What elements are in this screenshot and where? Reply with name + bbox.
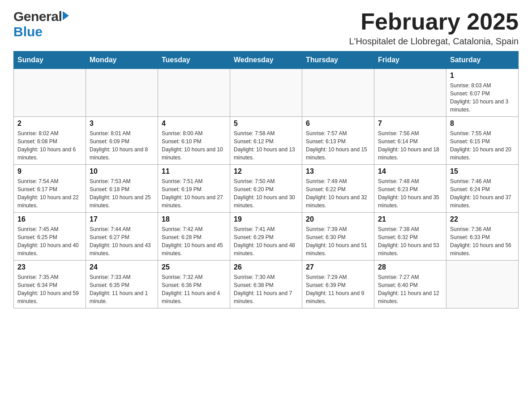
day-info: Sunrise: 7:27 AMSunset: 6:40 PMDaylight:…	[378, 273, 442, 305]
day-info: Sunrise: 7:44 AMSunset: 6:27 PMDaylight:…	[90, 225, 154, 257]
calendar-day-cell: 4Sunrise: 8:00 AMSunset: 6:10 PMDaylight…	[158, 117, 230, 165]
day-info: Sunrise: 7:46 AMSunset: 6:24 PMDaylight:…	[450, 177, 515, 210]
calendar-day-cell: 27Sunrise: 7:29 AMSunset: 6:39 PMDayligh…	[302, 261, 374, 308]
calendar-day-cell: 20Sunrise: 7:39 AMSunset: 6:30 PMDayligh…	[302, 213, 374, 261]
day-of-week-header: Tuesday	[158, 51, 230, 69]
day-number: 14	[378, 167, 442, 176]
day-info: Sunrise: 7:56 AMSunset: 6:14 PMDaylight:…	[378, 129, 442, 162]
calendar-day-cell: 14Sunrise: 7:48 AMSunset: 6:23 PMDayligh…	[374, 165, 446, 213]
calendar-day-cell: 9Sunrise: 7:54 AMSunset: 6:17 PMDaylight…	[14, 165, 86, 213]
day-number: 26	[234, 263, 298, 271]
day-info: Sunrise: 7:45 AMSunset: 6:25 PMDaylight:…	[17, 225, 82, 257]
page-header: General Blue February 2025 L'Hospitalet …	[13, 9, 519, 47]
calendar-day-cell: 8Sunrise: 7:55 AMSunset: 6:15 PMDaylight…	[446, 117, 519, 165]
calendar-day-cell	[230, 69, 302, 117]
calendar-header: SundayMondayTuesdayWednesdayThursdayFrid…	[14, 51, 519, 69]
calendar-week-row: 23Sunrise: 7:35 AMSunset: 6:34 PMDayligh…	[14, 261, 519, 308]
calendar-day-cell	[302, 69, 374, 117]
calendar-day-cell: 13Sunrise: 7:49 AMSunset: 6:22 PMDayligh…	[302, 165, 374, 213]
day-of-week-header: Thursday	[302, 51, 374, 69]
day-info: Sunrise: 7:35 AMSunset: 6:34 PMDaylight:…	[17, 273, 82, 305]
day-number: 21	[378, 215, 442, 223]
day-of-week-header: Saturday	[446, 51, 519, 69]
logo: General Blue	[13, 9, 69, 39]
calendar-week-row: 2Sunrise: 8:02 AMSunset: 6:08 PMDaylight…	[14, 117, 519, 165]
calendar-day-cell	[14, 69, 86, 117]
day-number: 27	[306, 263, 370, 271]
day-info: Sunrise: 7:58 AMSunset: 6:12 PMDaylight:…	[234, 129, 298, 162]
calendar-day-cell	[374, 69, 446, 117]
calendar-body: 1Sunrise: 8:03 AMSunset: 6:07 PMDaylight…	[14, 69, 519, 308]
day-number: 28	[378, 263, 442, 271]
title-block: February 2025 L'Hospitalet de Llobregat,…	[349, 9, 519, 47]
calendar-day-cell: 25Sunrise: 7:32 AMSunset: 6:36 PMDayligh…	[158, 261, 230, 308]
day-info: Sunrise: 7:49 AMSunset: 6:22 PMDaylight:…	[306, 177, 370, 210]
day-number: 6	[306, 120, 370, 128]
calendar-day-cell: 22Sunrise: 7:36 AMSunset: 6:33 PMDayligh…	[446, 213, 519, 261]
calendar-day-cell: 6Sunrise: 7:57 AMSunset: 6:13 PMDaylight…	[302, 117, 374, 165]
day-info: Sunrise: 7:39 AMSunset: 6:30 PMDaylight:…	[306, 225, 370, 257]
day-number: 8	[450, 120, 515, 128]
calendar-day-cell: 7Sunrise: 7:56 AMSunset: 6:14 PMDaylight…	[374, 117, 446, 165]
calendar-day-cell: 24Sunrise: 7:33 AMSunset: 6:35 PMDayligh…	[86, 261, 158, 308]
day-info: Sunrise: 8:02 AMSunset: 6:08 PMDaylight:…	[17, 129, 82, 162]
calendar-day-cell: 3Sunrise: 8:01 AMSunset: 6:09 PMDaylight…	[86, 117, 158, 165]
calendar-subtitle: L'Hospitalet de Llobregat, Catalonia, Sp…	[349, 36, 519, 47]
day-number: 11	[162, 167, 226, 176]
day-info: Sunrise: 7:55 AMSunset: 6:15 PMDaylight:…	[450, 129, 515, 162]
calendar-day-cell: 19Sunrise: 7:41 AMSunset: 6:29 PMDayligh…	[230, 213, 302, 261]
day-number: 24	[90, 263, 154, 271]
day-info: Sunrise: 7:53 AMSunset: 6:18 PMDaylight:…	[90, 177, 154, 210]
day-info: Sunrise: 7:48 AMSunset: 6:23 PMDaylight:…	[378, 177, 442, 210]
day-info: Sunrise: 7:32 AMSunset: 6:36 PMDaylight:…	[162, 273, 226, 305]
logo-blue-text: Blue	[13, 24, 43, 39]
day-info: Sunrise: 7:41 AMSunset: 6:29 PMDaylight:…	[234, 225, 298, 257]
calendar-day-cell: 12Sunrise: 7:50 AMSunset: 6:20 PMDayligh…	[230, 165, 302, 213]
day-number: 22	[450, 215, 515, 223]
calendar-day-cell: 11Sunrise: 7:51 AMSunset: 6:19 PMDayligh…	[158, 165, 230, 213]
day-of-week-header: Wednesday	[230, 51, 302, 69]
day-info: Sunrise: 8:03 AMSunset: 6:07 PMDaylight:…	[450, 81, 515, 114]
calendar-table: SundayMondayTuesdayWednesdayThursdayFrid…	[13, 51, 519, 308]
calendar-day-cell: 16Sunrise: 7:45 AMSunset: 6:25 PMDayligh…	[14, 213, 86, 261]
day-number: 19	[234, 215, 298, 223]
day-info: Sunrise: 7:51 AMSunset: 6:19 PMDaylight:…	[162, 177, 226, 210]
day-number: 1	[450, 72, 515, 80]
calendar-day-cell: 2Sunrise: 8:02 AMSunset: 6:08 PMDaylight…	[14, 117, 86, 165]
day-number: 3	[90, 120, 154, 128]
calendar-day-cell: 28Sunrise: 7:27 AMSunset: 6:40 PMDayligh…	[374, 261, 446, 308]
day-number: 18	[162, 215, 226, 223]
day-number: 9	[17, 167, 82, 176]
day-number: 16	[17, 215, 82, 223]
day-number: 15	[450, 167, 515, 176]
day-number: 23	[17, 263, 82, 271]
calendar-day-cell: 15Sunrise: 7:46 AMSunset: 6:24 PMDayligh…	[446, 165, 519, 213]
day-number: 20	[306, 215, 370, 223]
calendar-week-row: 16Sunrise: 7:45 AMSunset: 6:25 PMDayligh…	[14, 213, 519, 261]
calendar-day-cell: 10Sunrise: 7:53 AMSunset: 6:18 PMDayligh…	[86, 165, 158, 213]
day-info: Sunrise: 7:50 AMSunset: 6:20 PMDaylight:…	[234, 177, 298, 210]
day-number: 17	[90, 215, 154, 223]
logo-triangle-icon	[63, 11, 69, 20]
day-number: 25	[162, 263, 226, 271]
calendar-week-row: 9Sunrise: 7:54 AMSunset: 6:17 PMDaylight…	[14, 165, 519, 213]
calendar-day-cell	[446, 261, 519, 308]
calendar-day-cell	[86, 69, 158, 117]
calendar-week-row: 1Sunrise: 8:03 AMSunset: 6:07 PMDaylight…	[14, 69, 519, 117]
day-number: 5	[234, 120, 298, 128]
day-number: 2	[17, 120, 82, 128]
day-info: Sunrise: 7:33 AMSunset: 6:35 PMDaylight:…	[90, 273, 154, 305]
day-of-week-header: Monday	[86, 51, 158, 69]
day-info: Sunrise: 7:57 AMSunset: 6:13 PMDaylight:…	[306, 129, 370, 162]
days-of-week-row: SundayMondayTuesdayWednesdayThursdayFrid…	[14, 51, 519, 69]
day-info: Sunrise: 7:42 AMSunset: 6:28 PMDaylight:…	[162, 225, 226, 257]
calendar-day-cell: 23Sunrise: 7:35 AMSunset: 6:34 PMDayligh…	[14, 261, 86, 308]
day-info: Sunrise: 7:54 AMSunset: 6:17 PMDaylight:…	[17, 177, 82, 210]
calendar-day-cell: 18Sunrise: 7:42 AMSunset: 6:28 PMDayligh…	[158, 213, 230, 261]
calendar-day-cell: 1Sunrise: 8:03 AMSunset: 6:07 PMDaylight…	[446, 69, 519, 117]
day-number: 13	[306, 167, 370, 176]
logo-general-text: General	[13, 9, 62, 24]
day-of-week-header: Friday	[374, 51, 446, 69]
day-number: 7	[378, 120, 442, 128]
calendar-day-cell: 26Sunrise: 7:30 AMSunset: 6:38 PMDayligh…	[230, 261, 302, 308]
